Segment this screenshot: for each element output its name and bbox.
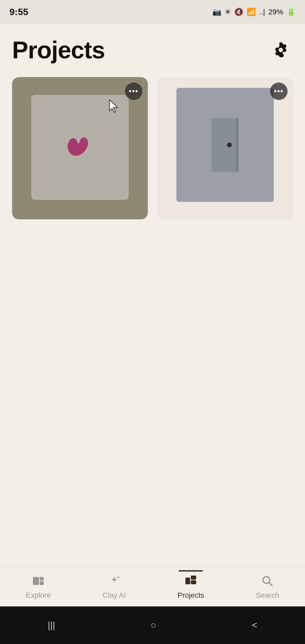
- wifi-icon: 📶: [247, 8, 256, 16]
- projects-grid: ••• •••: [12, 77, 293, 219]
- svg-rect-1: [33, 577, 39, 585]
- project-1-thumbnail: [31, 95, 129, 200]
- nav-item-clay-ai[interactable]: Clay AI: [96, 571, 133, 602]
- header-row: Projects: [12, 36, 293, 64]
- svg-line-8: [269, 582, 272, 586]
- back-button[interactable]: <: [252, 620, 257, 631]
- bottom-nav: Explore Clay AI Projects Search: [0, 566, 305, 606]
- settings-button[interactable]: [269, 38, 293, 62]
- explore-label: Explore: [26, 591, 51, 600]
- explore-icon: [31, 574, 46, 588]
- nav-item-projects[interactable]: Projects: [171, 571, 211, 602]
- svg-rect-2: [40, 577, 44, 581]
- door-line: [236, 118, 238, 172]
- bluetooth-icon: ✳: [225, 8, 231, 16]
- system-nav: ||| ○ <: [0, 606, 305, 644]
- door-knob: [227, 143, 232, 147]
- status-bar: 9:55 📷 ✳ 🔇 📶 ..| 29% 🔋: [0, 0, 305, 24]
- svg-rect-4: [185, 578, 190, 584]
- signal-icon: ..|: [259, 8, 265, 16]
- battery-icon: 🔋: [287, 8, 296, 16]
- project-card-1[interactable]: •••: [12, 77, 148, 219]
- page-title: Projects: [12, 36, 105, 64]
- more-dots-icon-2: •••: [274, 88, 284, 95]
- projects-icon: [183, 574, 198, 588]
- search-icon: [260, 574, 275, 588]
- camera-icon: 📷: [212, 8, 221, 16]
- project-1-more-button[interactable]: •••: [125, 83, 142, 100]
- project-2-thumbnail: [176, 88, 274, 202]
- clay-ai-label: Clay AI: [102, 591, 126, 600]
- recent-apps-button[interactable]: |||: [48, 620, 55, 631]
- mute-icon: 🔇: [234, 8, 243, 16]
- projects-label: Projects: [177, 591, 204, 600]
- more-dots-icon: •••: [129, 88, 138, 95]
- status-time: 9:55: [9, 7, 28, 17]
- main-content: Projects ••• •••: [0, 24, 305, 219]
- clay-ai-icon: [107, 574, 122, 588]
- battery-text: 29%: [268, 8, 283, 16]
- project-card-2[interactable]: •••: [157, 77, 293, 219]
- search-label: Search: [256, 591, 279, 600]
- blob-shape-icon: [61, 129, 98, 166]
- door-icon: [212, 118, 238, 172]
- svg-rect-3: [40, 581, 44, 585]
- nav-item-search[interactable]: Search: [249, 571, 286, 602]
- gear-icon: [272, 41, 290, 59]
- nav-item-explore[interactable]: Explore: [19, 571, 58, 602]
- status-icons: 📷 ✳ 🔇 📶 ..| 29% 🔋: [212, 8, 296, 16]
- svg-rect-5: [191, 576, 196, 580]
- home-button[interactable]: ○: [150, 620, 156, 631]
- project-2-more-button[interactable]: •••: [270, 83, 288, 100]
- svg-rect-6: [191, 580, 196, 584]
- svg-point-0: [279, 48, 283, 52]
